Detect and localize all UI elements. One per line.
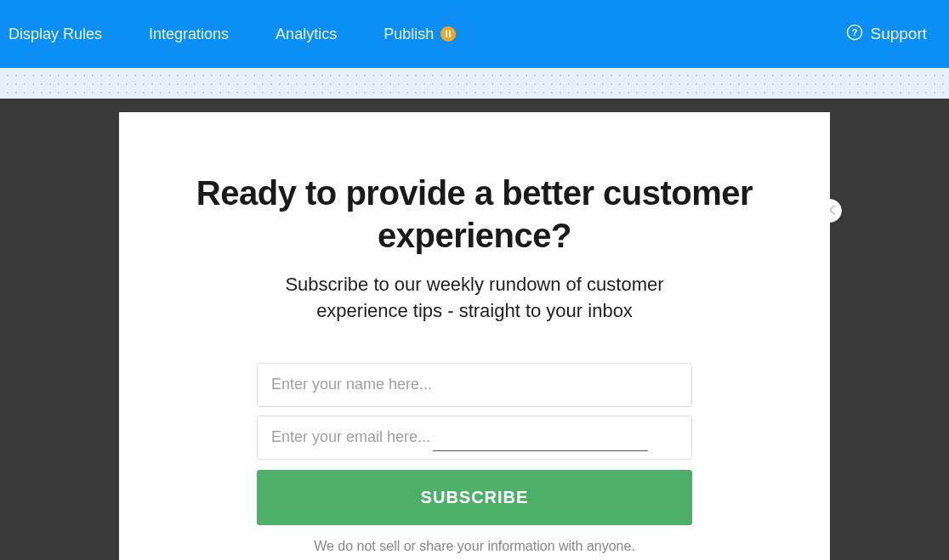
nav-analytics[interactable]: Analytics xyxy=(276,25,337,43)
nav-item-label: Integrations xyxy=(149,25,229,43)
subscribe-modal: Ready to provide a better customer exper… xyxy=(119,112,830,560)
privacy-text: We do not sell or share your information… xyxy=(257,539,692,554)
support-label: Support xyxy=(870,25,927,43)
nav-left: Display Rules Integrations Analytics Pub… xyxy=(9,25,456,43)
svg-rect-1 xyxy=(449,31,451,37)
help-icon: ? xyxy=(846,24,863,45)
nav-display-rules[interactable]: Display Rules xyxy=(9,25,102,43)
subscribe-form: SUBSCRIBE We do not sell or share your i… xyxy=(257,363,692,554)
modal-subtitle: Subscribe to our weekly rundown of custo… xyxy=(253,272,696,325)
nav-item-label: Analytics xyxy=(276,25,337,43)
support-link[interactable]: ? Support xyxy=(846,24,927,45)
subscribe-button[interactable]: SUBSCRIBE xyxy=(257,470,692,525)
name-input[interactable] xyxy=(257,363,692,407)
email-underline xyxy=(433,450,648,451)
nav-publish[interactable]: Publish xyxy=(384,25,456,43)
email-input[interactable] xyxy=(257,416,692,460)
nav-integrations[interactable]: Integrations xyxy=(149,25,229,43)
pause-icon xyxy=(440,26,456,42)
modal-heading: Ready to provide a better customer exper… xyxy=(162,172,787,257)
nav-item-label: Display Rules xyxy=(9,25,102,43)
svg-text:?: ? xyxy=(852,27,858,37)
canvas-area: Ready to provide a better customer exper… xyxy=(0,99,949,560)
top-nav: Display Rules Integrations Analytics Pub… xyxy=(0,0,949,68)
svg-rect-0 xyxy=(446,31,447,37)
nav-item-label: Publish xyxy=(384,25,434,43)
dotted-strip xyxy=(0,68,949,99)
